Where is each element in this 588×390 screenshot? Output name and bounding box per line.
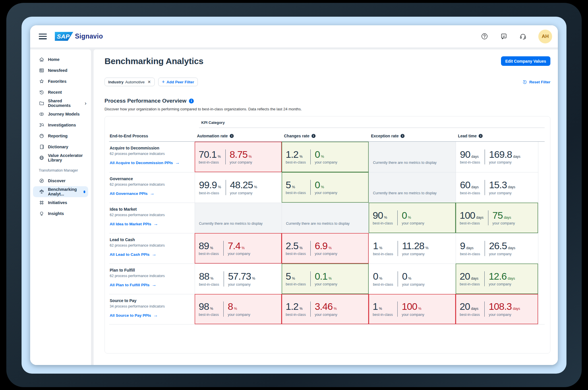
all-ppis-link[interactable]: All Plan to Fulfill PPIs→ bbox=[110, 282, 191, 287]
kpi-cell-empty: Currently there are no metrics to displa… bbox=[282, 203, 369, 233]
best-number: 100 bbox=[460, 210, 475, 221]
best-in-class-value: 90daysbest-in-class bbox=[460, 149, 485, 165]
add-peer-filter-button[interactable]: + Add Peer Filter bbox=[158, 78, 198, 86]
sidebar-item-investigations[interactable]: Investigations bbox=[30, 120, 91, 130]
sidebar-item-label: Favorites bbox=[48, 79, 66, 84]
help-icon[interactable] bbox=[481, 32, 488, 40]
best-number: 1 bbox=[373, 301, 378, 312]
company-label: your company bbox=[489, 313, 520, 317]
company-label: your company bbox=[402, 283, 425, 287]
all-ppis-link[interactable]: All Lead to Cash PPIs→ bbox=[110, 252, 191, 257]
industry-filter-chip[interactable]: Industry Automotive ✕ bbox=[105, 78, 155, 86]
company-unit: % bbox=[254, 185, 257, 189]
arrow-right-icon: → bbox=[175, 160, 180, 165]
support-headset-icon[interactable] bbox=[519, 32, 527, 40]
your-company-value: 100%your company bbox=[397, 301, 429, 317]
best-number: 20 bbox=[460, 271, 470, 282]
best-number: 20 bbox=[460, 301, 470, 312]
best-unit: % bbox=[299, 307, 303, 311]
company-label: your company bbox=[402, 221, 424, 225]
company-number: 0 bbox=[315, 149, 320, 160]
all-ppis-link[interactable]: All Idea to Market PPIs→ bbox=[110, 221, 191, 226]
kpi-cell-good: 100daysbest-in-class75daysyour company bbox=[456, 203, 538, 233]
your-company-value: 169.8daysyour company bbox=[485, 149, 525, 165]
table-row: Idea to Market62 process performance ind… bbox=[109, 203, 545, 233]
knot-icon bbox=[39, 200, 45, 205]
kpi-cell-neutral: 90daysbest-in-class169.8daysyour company bbox=[456, 142, 538, 172]
sidebar-item-insights[interactable]: Insights bbox=[30, 208, 91, 219]
page-title: Benchmarking Analytics bbox=[105, 56, 204, 66]
process-name: Plan to Fulfill bbox=[110, 268, 191, 272]
all-ppis-link[interactable]: All Source to Pay PPIs→ bbox=[110, 313, 191, 318]
best-number: 1 bbox=[373, 241, 378, 251]
sidebar-item-label: Insights bbox=[48, 211, 64, 216]
info-icon[interactable]: i bbox=[230, 134, 234, 138]
brand-logo: SAP Signavio bbox=[55, 32, 103, 41]
column-header-exception-rate: Exception ratei bbox=[369, 134, 456, 138]
all-ppis-link[interactable]: All Acquire to Decommission PPIs→ bbox=[110, 160, 191, 165]
edit-company-values-button[interactable]: Edit Company Values bbox=[501, 56, 550, 66]
kpi-cell-empty: Currently there are no metrics to displa… bbox=[369, 142, 456, 172]
company-label: your company bbox=[489, 282, 515, 286]
best-unit: % bbox=[384, 216, 387, 220]
best-in-class-value: 1%best-in-class bbox=[373, 241, 398, 256]
best-number: 1.2 bbox=[286, 149, 298, 160]
process-indicators: 62 process performance indicators bbox=[110, 152, 191, 156]
info-icon[interactable]: i bbox=[479, 134, 483, 138]
process-indicators: 62 process performance indicators bbox=[110, 213, 191, 217]
best-label: best-in-class bbox=[460, 221, 483, 225]
chevron-right-icon[interactable]: › bbox=[85, 101, 88, 106]
company-unit: days bbox=[508, 246, 515, 250]
column-header-label: Changes rate bbox=[284, 134, 310, 138]
company-label: your company bbox=[228, 283, 255, 287]
sidebar-item-reporting[interactable]: Reporting bbox=[30, 130, 91, 141]
best-unit: days bbox=[471, 185, 479, 189]
overview-heading: Process Performance Overview i bbox=[105, 98, 550, 104]
your-company-value: 0.1%your company bbox=[310, 271, 342, 287]
best-label: best-in-class bbox=[199, 252, 219, 256]
kpi-cell-empty: Currently there are no metrics to displa… bbox=[195, 203, 282, 233]
info-icon[interactable]: i bbox=[189, 99, 194, 103]
sidebar-item-journey-models[interactable]: Journey Models bbox=[30, 109, 91, 120]
company-label: your company bbox=[489, 191, 515, 195]
sidebar-item-shared-documents[interactable]: Shared Documents› bbox=[30, 98, 91, 109]
best-unit: % bbox=[299, 155, 303, 159]
sidebar-item-favorites[interactable]: Favorites bbox=[30, 76, 91, 87]
best-in-class-value: 100daysbest-in-class bbox=[460, 210, 488, 226]
sidebar-item-dictionary[interactable]: Dictionary bbox=[30, 141, 91, 152]
process-name: Acquire to Decommission bbox=[110, 146, 191, 150]
avatar[interactable]: AH bbox=[538, 30, 552, 43]
folder-icon bbox=[39, 100, 45, 106]
sidebar-item-benchmarking-analytics[interactable]: Benchmarking Analyt... bbox=[33, 186, 88, 197]
kpi-cell-good: 90%best-in-class0%your company bbox=[369, 203, 456, 233]
column-header-changes-rate: Changes ratei bbox=[282, 134, 369, 138]
remove-filter-icon[interactable]: ✕ bbox=[148, 80, 151, 84]
company-unit: days bbox=[508, 185, 515, 189]
sidebar-item-discover[interactable]: Discover bbox=[30, 175, 91, 186]
reset-filter-button[interactable]: Reset Filter bbox=[522, 80, 550, 84]
arrow-right-icon: → bbox=[153, 313, 158, 318]
column-header-end-to-end-process: End-to-End Process bbox=[109, 134, 195, 138]
best-label: best-in-class bbox=[286, 191, 306, 195]
sidebar-item-home[interactable]: Home bbox=[30, 54, 91, 65]
kpi-category-label: KPI Category bbox=[201, 120, 225, 125]
sidebar-item-value-accelerator-library[interactable]: Value Accelerator Library bbox=[30, 152, 91, 163]
company-label: your company bbox=[489, 252, 515, 256]
all-ppis-link[interactable]: All Governance PPIs→ bbox=[110, 191, 191, 196]
menu-icon[interactable] bbox=[39, 34, 47, 39]
info-icon[interactable]: i bbox=[401, 134, 405, 138]
sidebar-item-newsfeed[interactable]: Newsfeed bbox=[30, 65, 91, 76]
sidebar-item-initiatives[interactable]: Initiatives bbox=[30, 197, 91, 208]
all-ppis-link-label: All Idea to Market PPIs bbox=[110, 222, 151, 226]
info-icon[interactable]: i bbox=[312, 134, 316, 138]
best-number: 70.1 bbox=[199, 149, 216, 160]
company-number: 8 bbox=[228, 301, 233, 312]
company-number: 0.1 bbox=[315, 271, 327, 282]
bulb-icon bbox=[39, 211, 45, 216]
kpi-cell-bad: 1%best-in-class100%your company bbox=[369, 294, 456, 324]
sidebar-item-recent[interactable]: Recent bbox=[30, 87, 91, 98]
feedback-icon[interactable] bbox=[500, 32, 508, 40]
your-company-value: 8%your company bbox=[223, 301, 255, 317]
best-unit: % bbox=[292, 185, 295, 189]
company-unit: % bbox=[321, 185, 324, 189]
